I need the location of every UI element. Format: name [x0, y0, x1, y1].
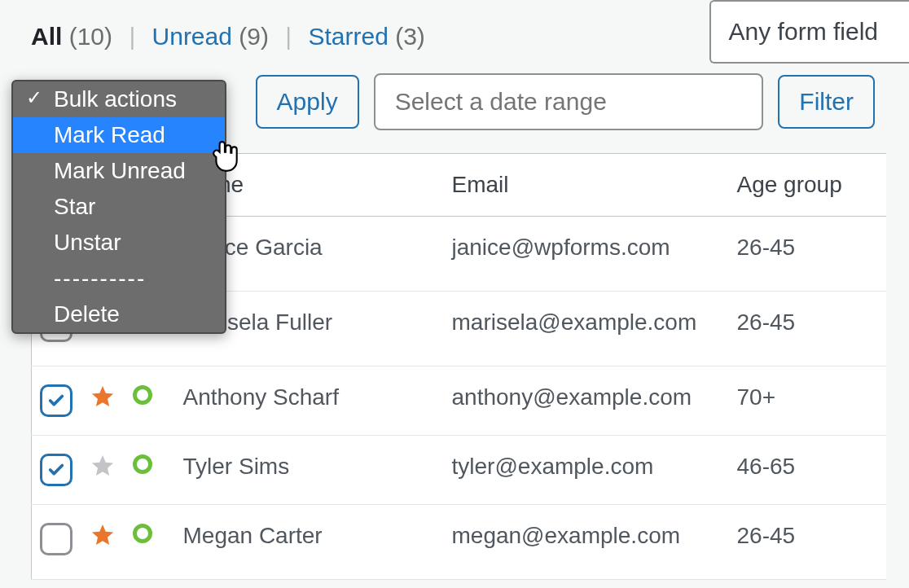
- apply-button[interactable]: Apply: [256, 75, 359, 129]
- row-checkbox[interactable]: [40, 384, 72, 417]
- date-range-input[interactable]: [374, 73, 764, 130]
- bulk-option-delete[interactable]: Delete: [13, 296, 225, 332]
- filter-separator: |: [119, 23, 145, 50]
- unread-indicator-icon[interactable]: [133, 385, 152, 405]
- table-row: Tyler Simstyler@example.com46-65: [32, 436, 887, 505]
- bulk-option-mark-read[interactable]: Mark Read: [13, 117, 225, 153]
- entry-email: janice@wpforms.com: [444, 217, 729, 292]
- bulk-option-unstar[interactable]: Unstar: [13, 225, 225, 261]
- col-header-email[interactable]: Email: [444, 154, 729, 217]
- entry-email: megan@example.com: [444, 505, 729, 580]
- table-row: Megan Cartermegan@example.com26-45: [32, 505, 887, 580]
- bulk-option-separator: ----------: [13, 261, 225, 296]
- bulk-option-mark-unread[interactable]: Mark Unread: [13, 153, 225, 189]
- filter-all-count: (10): [69, 23, 112, 50]
- entry-email: marisela@example.com: [444, 292, 729, 366]
- entry-age-group: 46-65: [729, 436, 887, 505]
- filter-unread[interactable]: Unread (9): [152, 23, 276, 50]
- row-checkbox[interactable]: [40, 523, 72, 555]
- filter-unread-count: (9): [239, 23, 269, 50]
- bulk-actions-menu: Bulk actions Mark Read Mark Unread Star …: [11, 80, 226, 334]
- unread-indicator-icon[interactable]: [133, 524, 152, 543]
- star-icon[interactable]: [90, 523, 115, 547]
- entry-age-group: 26-45: [729, 292, 887, 366]
- row-checkbox[interactable]: [40, 454, 72, 486]
- col-header-age[interactable]: Age group: [729, 154, 887, 217]
- filter-button[interactable]: Filter: [778, 75, 875, 129]
- star-icon[interactable]: [90, 384, 115, 409]
- filter-starred-count: (3): [395, 23, 425, 50]
- entry-age-group: 26-45: [729, 505, 887, 580]
- entry-age-group: 26-45: [729, 217, 887, 292]
- filter-all-label: All: [31, 23, 62, 50]
- filter-starred-label: Starred: [308, 23, 388, 50]
- any-form-field-select[interactable]: Any form field: [709, 0, 909, 64]
- entry-age-group: 70+: [729, 366, 887, 436]
- filter-starred[interactable]: Starred (3): [308, 23, 424, 50]
- filter-unread-label: Unread: [152, 23, 232, 50]
- entry-name[interactable]: Anthony Scharf: [175, 366, 444, 436]
- unread-indicator-icon[interactable]: [133, 454, 152, 474]
- star-icon[interactable]: [90, 454, 115, 478]
- cursor-icon: [212, 140, 239, 173]
- entry-name[interactable]: Megan Carter: [175, 505, 444, 580]
- filter-separator: |: [275, 23, 301, 50]
- table-row: Anthony Scharfanthony@example.com70+: [32, 366, 887, 436]
- entry-name[interactable]: Tyler Sims: [175, 436, 444, 505]
- bulk-option-star[interactable]: Star: [13, 189, 225, 225]
- entry-email: tyler@example.com: [444, 436, 729, 505]
- entry-email: anthony@example.com: [444, 366, 729, 436]
- filter-all[interactable]: All (10): [31, 23, 119, 50]
- bulk-option-bulk-actions[interactable]: Bulk actions: [13, 81, 225, 117]
